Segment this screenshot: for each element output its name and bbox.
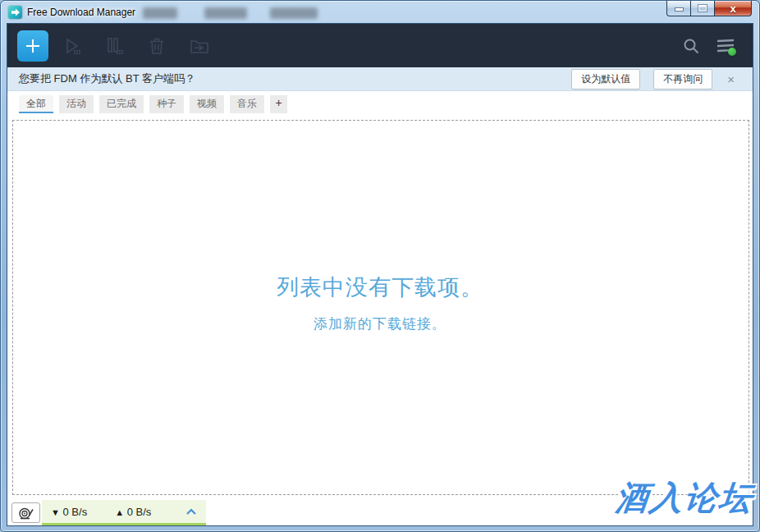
app-window: Free Download Manager x [0, 0, 760, 532]
chevron-up-icon [185, 508, 197, 516]
tab-music[interactable]: 音乐 [230, 95, 264, 112]
maximize-button[interactable] [691, 1, 714, 16]
background-window-blur [204, 7, 247, 19]
background-window-blur [270, 7, 318, 19]
tab-active[interactable]: 活动 [59, 95, 94, 112]
tab-all[interactable]: 全部 [19, 95, 53, 112]
notification-message: 您要把 FDM 作为默认 BT 客户端吗？ [19, 71, 195, 86]
background-window-blur [143, 7, 177, 19]
maximize-icon [698, 5, 707, 11]
notification-bar: 您要把 FDM 作为默认 BT 客户端吗？ 设为默认值 不再询问 × [7, 67, 753, 91]
filter-tabs: 全部 活动 已完成 种子 视频 音乐 + [7, 91, 753, 116]
toolbar-right [674, 29, 743, 63]
window-title: Free Download Manager [27, 7, 135, 18]
speed-panel[interactable]: ▼ 0 B/s ▲ 0 B/s [42, 500, 206, 525]
plus-icon [25, 38, 41, 54]
notification-close-icon[interactable]: × [727, 73, 735, 85]
notification-actions: 设为默认值 不再询问 × [558, 69, 741, 89]
window-controls: x [666, 1, 752, 16]
play-icon [61, 35, 82, 57]
download-speed: ▼ 0 B/s [51, 506, 87, 518]
empty-state-subtitle: 添加新的下载链接。 [314, 314, 446, 333]
speed-limit-button[interactable] [11, 502, 40, 523]
add-download-button[interactable] [17, 30, 48, 62]
dont-ask-again-button[interactable]: 不再询问 [653, 69, 712, 89]
menu-status-dot-icon [728, 48, 736, 56]
download-list-area: 列表中没有下载项。 添加新的下载链接。 [7, 116, 753, 500]
tab-video[interactable]: 视频 [190, 95, 224, 112]
close-icon: x [730, 3, 735, 14]
forum-watermark: 酒入论坛 [613, 475, 756, 521]
open-folder-button[interactable] [180, 29, 219, 63]
upload-arrow-icon: ▲ [115, 507, 124, 517]
window-content: 您要把 FDM 作为默认 BT 客户端吗？ 设为默认值 不再询问 × 全部 活动… [7, 24, 753, 525]
empty-state-title: 列表中没有下载项。 [277, 273, 483, 302]
close-button[interactable]: x [714, 1, 752, 16]
folder-open-icon [189, 36, 210, 56]
upload-speed: ▲ 0 B/s [115, 506, 151, 518]
download-arrow-icon: ▼ [51, 507, 60, 517]
main-menu-button[interactable] [708, 29, 743, 63]
minimize-icon [675, 8, 683, 11]
toolbar [7, 24, 753, 67]
pause-icon [103, 35, 125, 57]
search-icon [681, 36, 701, 56]
pause-downloads-button[interactable] [94, 29, 134, 63]
title-bar: Free Download Manager x [1, 1, 759, 24]
tab-torrents[interactable]: 种子 [149, 95, 184, 112]
start-downloads-button[interactable] [52, 29, 91, 63]
add-tab-button[interactable]: + [270, 95, 287, 112]
set-default-button[interactable]: 设为默认值 [571, 69, 640, 89]
empty-state: 列表中没有下载项。 添加新的下载链接。 [7, 116, 753, 500]
tab-completed[interactable]: 已完成 [99, 95, 144, 112]
search-button[interactable] [674, 29, 708, 63]
expand-speed-panel-button[interactable] [185, 508, 197, 516]
snail-icon [17, 506, 35, 521]
minimize-button[interactable] [666, 1, 691, 16]
delete-download-button[interactable] [137, 29, 176, 63]
fdm-logo-icon [8, 6, 22, 19]
trash-icon [147, 36, 167, 56]
